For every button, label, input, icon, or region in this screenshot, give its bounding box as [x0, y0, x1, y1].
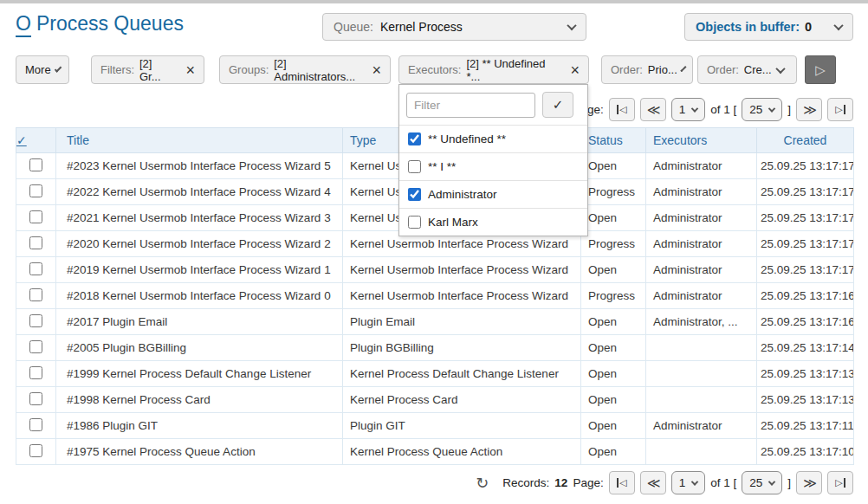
cell-status: Open — [581, 205, 646, 231]
first-page-button[interactable]: ◁ — [609, 98, 635, 121]
cell-status: Open — [581, 257, 646, 283]
executor-option-administrator[interactable]: Administrator — [399, 180, 587, 208]
executor-option-checkbox[interactable] — [408, 216, 421, 229]
table-row[interactable]: #1975 Kernel Process Queue Action Kernel… — [16, 439, 854, 465]
cell-title: #1999 Kernel Process Default Change List… — [56, 361, 343, 387]
chevron-down-icon — [567, 21, 576, 30]
column-executors[interactable]: Executors — [646, 128, 757, 153]
records-label: Records: — [502, 476, 549, 489]
first-page-icon — [617, 478, 619, 488]
last-page-button[interactable]: ▷ — [827, 98, 853, 121]
page-size-select[interactable]: 25 — [742, 471, 782, 494]
buffer-count: 0 — [805, 20, 812, 34]
table-row[interactable]: #2019 Kernel Usermob Interface Process W… — [16, 257, 854, 283]
executor-option-checkbox[interactable] — [408, 188, 421, 201]
page-number-select[interactable]: 1 — [671, 471, 706, 494]
cell-created: 25.09.25 13:17:14 — [757, 335, 854, 361]
column-created[interactable]: Created — [757, 128, 854, 153]
cell-status: Open — [581, 387, 646, 413]
cell-created: 25.09.25 13:17:13 — [757, 387, 854, 413]
queue-logo: O — [16, 12, 31, 37]
row-checkbox[interactable] — [29, 158, 42, 171]
column-status[interactable]: Status — [581, 128, 646, 153]
order-label: Order: — [707, 63, 739, 76]
column-title[interactable]: Title — [56, 128, 343, 153]
table-row[interactable]: #2005 Plugin BGBilling Plugin BGBilling … — [16, 335, 854, 361]
row-checkbox[interactable] — [29, 184, 42, 197]
row-checkbox[interactable] — [29, 262, 42, 275]
chevron-down-icon — [768, 105, 775, 112]
order-priority-chip[interactable]: Order: Prio... — [601, 55, 693, 84]
close-icon[interactable]: × — [185, 62, 195, 78]
cell-type: Kernel Usermob Interface Process Wizard — [343, 257, 581, 283]
table-row[interactable]: #2018 Kernel Usermob Interface Process W… — [16, 283, 854, 309]
groups-chip[interactable]: Groups: [2] Administrators... × — [219, 55, 391, 84]
close-icon[interactable]: × — [372, 62, 381, 78]
cell-type: Plugin GIT — [343, 413, 581, 439]
table-row[interactable]: #1986 Plugin GIT Plugin GIT Open Adminis… — [16, 413, 854, 439]
more-button[interactable]: More — [16, 55, 69, 84]
queue-label: Queue: — [334, 20, 373, 34]
queue-select[interactable]: Queue: Kernel Process — [322, 13, 586, 41]
cell-type: Kernel Process Default Change Listener — [343, 361, 581, 387]
last-page-icon — [844, 478, 845, 488]
page-label: Page: — [573, 476, 603, 489]
row-checkbox[interactable] — [29, 392, 42, 405]
row-checkbox[interactable] — [29, 236, 42, 249]
cell-title: #2023 Kernel Usermob Interface Process W… — [56, 153, 343, 179]
next-page-button[interactable]: ≫ — [796, 98, 822, 121]
row-checkbox[interactable] — [29, 288, 42, 301]
page-number-select[interactable]: 1 — [671, 98, 706, 121]
table-row[interactable]: #1999 Kernel Process Default Change List… — [16, 361, 854, 387]
pagination-top: 12 Page: ◁ ≪ 1 of 1 [ 25 ] ≫ ▷ — [554, 98, 853, 121]
cell-type: Kernel Process Card — [343, 387, 581, 413]
cell-status: Open — [581, 153, 646, 179]
table-row[interactable]: #1998 Kernel Process Card Kernel Process… — [16, 387, 854, 413]
table-row[interactable]: #2017 Plugin Email Plugin Email Open Adm… — [16, 309, 854, 335]
executors-label: Executors: — [408, 63, 461, 76]
cell-executors: Administrator — [646, 205, 757, 231]
objects-in-buffer-dropdown[interactable]: Objects in buffer: 0 — [684, 13, 853, 41]
executor-option-label: Karl Marx — [428, 216, 478, 229]
order-created-chip[interactable]: Order: Cre... — [697, 55, 797, 84]
row-checkbox[interactable] — [29, 444, 42, 457]
row-checkbox[interactable] — [29, 210, 42, 223]
order-priority-value: Prio... — [648, 63, 677, 76]
last-page-button[interactable]: ▷ — [827, 471, 853, 494]
row-checkbox[interactable] — [29, 418, 42, 431]
next-page-icon: ≫ — [803, 475, 815, 491]
select-all-link[interactable]: ✓ — [16, 133, 27, 147]
executor-option-checkbox[interactable] — [408, 160, 421, 173]
close-icon[interactable]: × — [570, 62, 580, 78]
executor-filter-input[interactable] — [406, 93, 535, 118]
first-page-button[interactable]: ◁ — [609, 471, 635, 494]
refresh-icon[interactable]: ↻ — [476, 474, 489, 493]
cell-executors: Administrator — [646, 413, 757, 439]
cell-title: #2017 Plugin Email — [56, 309, 343, 335]
next-page-button[interactable]: ≫ — [796, 471, 822, 494]
cell-executors: Administrator, ... — [646, 309, 757, 335]
page-of-label: of 1 [ — [710, 476, 736, 489]
executor-option-undefined[interactable]: ** Undefined ** — [399, 125, 587, 152]
prev-page-button[interactable]: ≪ — [640, 471, 666, 494]
filters-chip[interactable]: Filters: [2] Gr... × — [91, 55, 204, 84]
queue-value: Kernel Process — [380, 20, 463, 34]
apply-filter-button[interactable]: ✓ — [542, 92, 573, 118]
executors-chip[interactable]: Executors: [2] ** Undefined *... × — [398, 55, 589, 84]
page-size-select[interactable]: 25 — [742, 98, 782, 121]
cell-executors: Administrator — [646, 179, 757, 205]
chevron-down-icon — [775, 63, 785, 73]
cell-created: 25.09.25 13:17:17 — [757, 179, 854, 205]
cell-type: Plugin BGBilling — [343, 335, 581, 361]
row-checkbox[interactable] — [29, 340, 42, 353]
executor-option-karl-marx[interactable]: Karl Marx — [399, 208, 587, 236]
executor-option-checkbox[interactable] — [408, 132, 421, 145]
cell-status: Progress — [581, 231, 646, 257]
row-checkbox[interactable] — [29, 366, 42, 379]
prev-page-button[interactable]: ≪ — [640, 98, 666, 121]
executor-option-i[interactable]: ** I ** — [399, 152, 587, 180]
row-checkbox[interactable] — [29, 314, 42, 327]
executors-value: [2] ** Undefined *... — [466, 57, 560, 83]
cell-status: Open — [581, 309, 646, 335]
run-filter-button[interactable]: ▷ — [805, 55, 836, 84]
